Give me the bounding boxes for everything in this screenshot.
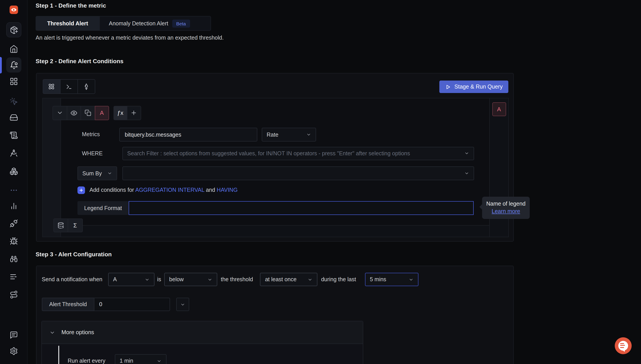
query-builder-tab[interactable] [42, 79, 60, 94]
stage-run-query-button[interactable]: Stage & Run Query [439, 80, 508, 93]
where-filter-input[interactable]: Search Filter : select options from sugg… [122, 147, 474, 160]
query-name-cell[interactable]: A [94, 106, 109, 120]
sidebar-item-infrastructure[interactable] [10, 113, 18, 122]
chevron-down-icon [56, 110, 63, 116]
match-type-select[interactable]: at least once [260, 273, 318, 286]
plus-icon [131, 110, 137, 116]
sidebar-item-feedback[interactable] [10, 331, 18, 339]
list-lines-icon [10, 272, 18, 281]
sidebar-item-traces[interactable] [10, 149, 18, 157]
beta-badge: Beta [172, 19, 190, 27]
eye-icon [70, 109, 78, 116]
chevron-down-icon [308, 277, 313, 282]
scroll-text-icon [10, 131, 18, 140]
database-zap-icon [58, 222, 64, 228]
sidebar-item-get-started[interactable] [6, 22, 21, 38]
preview-query-button[interactable] [66, 106, 81, 120]
terminal-icon [65, 83, 72, 90]
copy-icon [84, 110, 91, 116]
chevron-down-icon [157, 358, 162, 363]
step3-title: Step 3 - Alert Configuration [36, 251, 112, 258]
sidebar-item-metrics[interactable] [10, 202, 18, 210]
more-options-header[interactable]: More options [42, 321, 363, 344]
grid-icon [10, 77, 18, 86]
signoz-logo-icon[interactable] [10, 6, 18, 14]
sidebar-item-alerts[interactable] [6, 58, 21, 72]
aggregation-interval-link[interactable]: AGGREGATION INTERVAL [135, 187, 204, 193]
chevron-down-icon [107, 171, 112, 176]
clickhouse-query-tab[interactable] [60, 79, 78, 94]
step2-title: Step 2 - Define Alert Conditions [36, 58, 124, 64]
sidebar-item-service-map[interactable] [10, 290, 18, 299]
flame-icon [82, 83, 90, 90]
unplug-icon [10, 219, 18, 228]
bug-icon [10, 237, 18, 246]
learn-more-link[interactable]: Learn more [492, 208, 520, 214]
route-icon [10, 290, 18, 299]
sidebar-item-views[interactable] [10, 272, 18, 281]
query-a-badge[interactable]: A [492, 102, 506, 116]
gear-icon [10, 347, 18, 355]
sidebar-item-integrations[interactable] [10, 219, 18, 228]
sidebar-item-more[interactable] [10, 186, 18, 196]
add-conditions-row: Add conditions for AGGREGATION INTERVAL … [78, 186, 238, 194]
operator-select[interactable]: below [164, 273, 217, 286]
sidebar-item-logs[interactable] [10, 131, 18, 140]
tab-anomaly-detection[interactable]: Anomaly Detection Alert Beta [100, 16, 210, 30]
hard-drive-icon [10, 113, 18, 122]
legend-tooltip: Name of legend Learn more [482, 196, 530, 219]
chevron-down-icon [464, 171, 469, 176]
sum-by-select[interactable]: Sum By [78, 166, 117, 180]
sidebar-item-exceptions[interactable] [10, 237, 18, 246]
drafting-compass-icon [10, 149, 18, 157]
sidebar-item-events[interactable] [10, 97, 18, 106]
alert-config-panel: Send a notification when A is below the … [36, 266, 514, 364]
sum-by-values-select[interactable] [122, 166, 474, 180]
chevron-down-icon [306, 132, 311, 137]
threshold-unit-select[interactable] [176, 298, 189, 311]
alert-threshold-input[interactable]: 0 [94, 298, 170, 311]
more-options-content: Run alert every 1 min [42, 344, 363, 364]
copy-query-button[interactable] [80, 106, 95, 120]
step1-description: An alert is triggered whenever a metric … [36, 35, 224, 41]
plus-icon [79, 188, 84, 192]
collapse-query-button[interactable] [52, 106, 67, 120]
datasource-button[interactable] [53, 218, 68, 232]
bell-icon [10, 61, 18, 69]
add-query-button[interactable] [127, 106, 141, 120]
where-label: WHERE [82, 150, 102, 156]
tab-threshold-alert[interactable]: Threshold Alert [36, 16, 100, 30]
sidebar-item-settings[interactable] [10, 347, 18, 355]
support-chat-button[interactable] [615, 337, 632, 354]
aggregation-select[interactable]: Rate [262, 128, 316, 142]
sidebar-item-explorer[interactable] [10, 255, 18, 263]
chevron-down-icon [50, 330, 55, 335]
boxes-icon [10, 167, 18, 176]
add-function-button[interactable]: ƒx [113, 106, 127, 120]
promql-tab[interactable] [77, 79, 95, 94]
legend-format-input[interactable] [129, 201, 474, 215]
metric-select[interactable]: A [108, 273, 154, 286]
sidebar-item-dashboards[interactable] [10, 77, 18, 86]
frequency-select[interactable]: 1 min [115, 354, 166, 364]
message-square-icon [10, 331, 18, 339]
add-condition-button[interactable] [78, 186, 85, 194]
query-controls: A [52, 106, 109, 120]
step1-title: Step 1 - Define the metric [36, 2, 106, 9]
option-indent-bar [58, 346, 59, 364]
query-footer [61, 225, 489, 236]
pointer-click-icon [10, 97, 18, 106]
having-link[interactable]: HAVING [217, 187, 238, 193]
query-panel: Stage & Run Query A A [36, 73, 514, 242]
chat-bubble-icon [618, 341, 628, 350]
sigma-button[interactable]: Σ [68, 218, 82, 232]
chevron-down-icon [208, 277, 212, 282]
evaluation-window-select[interactable]: 5 mins [365, 273, 418, 286]
sidebar-item-home[interactable] [10, 45, 18, 53]
chevron-down-icon [409, 277, 414, 282]
package-plus-icon [10, 26, 18, 34]
alert-threshold-label: Alert Threshold [42, 298, 94, 311]
metrics-input[interactable]: bitquery.bsc.messages [120, 128, 258, 142]
sidebar-item-services[interactable] [10, 167, 18, 176]
sidebar-active-indicator [0, 57, 2, 74]
